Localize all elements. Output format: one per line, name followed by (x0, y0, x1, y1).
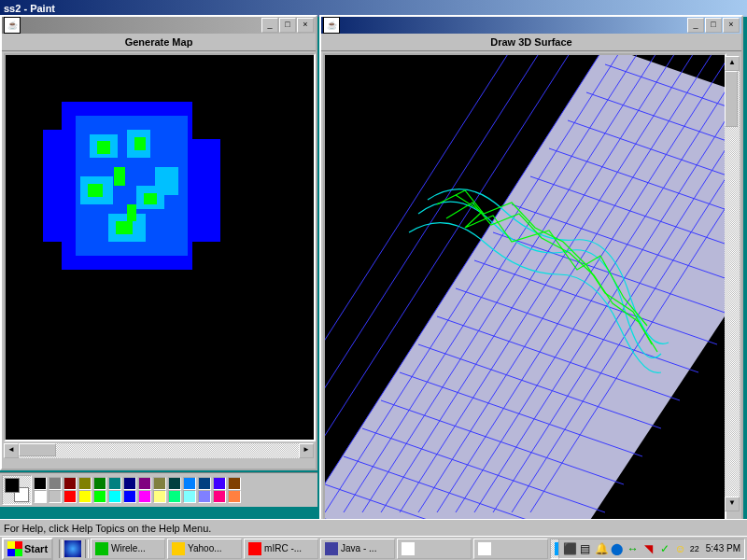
task-button[interactable]: ss2 - P... (550, 539, 558, 559)
scrollbar-vertical-right[interactable]: ▲ ▼ (725, 56, 740, 511)
color-swatch[interactable] (108, 477, 121, 490)
clock[interactable]: 5:43 PM (706, 543, 740, 553)
svg-rect-14 (88, 184, 103, 197)
color-swatch[interactable] (213, 477, 226, 490)
quick-launch (64, 540, 81, 557)
color-swatch[interactable] (108, 490, 121, 503)
svg-rect-11 (155, 167, 178, 195)
task-icon (478, 542, 491, 555)
scroll-down-button[interactable]: ▼ (725, 497, 740, 511)
color-swatch[interactable] (198, 477, 211, 490)
tray-icon[interactable]: ▤ (579, 542, 592, 555)
svg-rect-18 (127, 204, 136, 221)
draw-3d-window: ☕ _ □ × Draw 3D Surface (319, 15, 743, 532)
color-swatch[interactable] (183, 477, 196, 490)
titlebar-left[interactable]: ☕ _ □ × (2, 17, 316, 34)
scroll-right-button[interactable]: ► (299, 443, 314, 458)
color-swatch[interactable] (228, 477, 241, 490)
color-swatch[interactable] (168, 477, 181, 490)
task-icon (402, 542, 415, 555)
java-icon: ☕ (323, 17, 340, 34)
color-swatch[interactable] (228, 490, 241, 503)
color-swatch[interactable] (63, 477, 77, 490)
task-label: Yahoo... (188, 543, 222, 553)
task-button[interactable] (397, 539, 472, 559)
tray-icon[interactable]: 🔔 (595, 542, 608, 555)
svg-rect-12 (97, 141, 110, 154)
color-swatch[interactable] (78, 477, 92, 490)
minimize-button[interactable]: _ (261, 18, 278, 33)
task-icon (248, 542, 261, 555)
close-button[interactable]: × (297, 18, 314, 33)
taskbar-divider (85, 539, 89, 558)
tray-icon[interactable]: ◥ (642, 542, 655, 555)
color-palette (0, 472, 317, 507)
task-icon (325, 542, 338, 555)
task-button[interactable]: Wirele... (91, 539, 165, 559)
task-label: mIRC -... (264, 543, 302, 553)
app-title-right: Draw 3D Surface (321, 34, 741, 51)
color-swatch[interactable] (123, 490, 136, 503)
quicklaunch-icon[interactable] (64, 540, 81, 557)
desktop: ss2 - Paint ☕ _ □ × Generate Map (0, 0, 747, 560)
task-buttons: Wirele...Yahoo...mIRC -...Java - ...ss2 … (91, 539, 558, 559)
maximize-button[interactable]: □ (279, 18, 296, 33)
task-button[interactable]: mIRC -... (244, 539, 318, 559)
tray-icon[interactable]: ✓ (658, 542, 671, 555)
titlebar-right[interactable]: ☕ _ □ × (321, 17, 741, 34)
start-button[interactable]: Start (2, 538, 53, 560)
color-swatch[interactable] (153, 477, 166, 490)
taskbar-divider (59, 539, 63, 558)
color-swatch[interactable] (93, 477, 106, 490)
svg-rect-15 (144, 193, 157, 204)
color-swatch[interactable] (34, 490, 47, 503)
svg-rect-17 (114, 167, 125, 186)
tray-icon[interactable]: ☺ (674, 542, 687, 555)
task-button[interactable]: Java - ... (320, 539, 395, 559)
close-button[interactable]: × (723, 18, 740, 33)
start-label: Start (24, 543, 48, 554)
taskbar: Start Wirele...Yahoo...mIRC -...Java - .… (0, 536, 747, 560)
color-swatch[interactable] (93, 490, 106, 503)
svg-rect-4 (183, 139, 220, 242)
surface-canvas[interactable] (323, 53, 726, 525)
app-title-left: Generate Map (2, 34, 316, 51)
scroll-up-button[interactable]: ▲ (725, 56, 740, 71)
task-label: Wirele... (111, 543, 146, 553)
color-swatch[interactable] (168, 490, 181, 503)
task-button[interactable]: Yahoo... (167, 539, 242, 559)
color-swatch[interactable] (49, 477, 62, 490)
generate-map-window: ☕ _ □ × Generate Map (0, 15, 317, 470)
scroll-track[interactable] (19, 443, 299, 458)
color-swatch[interactable] (78, 490, 92, 503)
svg-rect-13 (134, 137, 146, 150)
windows-logo-icon (7, 541, 22, 556)
minimize-button[interactable]: _ (687, 18, 704, 33)
tray-count: 22 (690, 544, 699, 553)
color-swatch[interactable] (138, 477, 151, 490)
color-swatch[interactable] (63, 490, 77, 503)
scrollbar-horizontal-left[interactable]: ◄ ► (4, 443, 314, 458)
svg-rect-16 (116, 221, 133, 234)
color-swatch[interactable] (213, 490, 226, 503)
tray-icon[interactable]: ↔ (627, 542, 640, 555)
color-swatch[interactable] (138, 490, 151, 503)
scroll-left-button[interactable]: ◄ (4, 443, 19, 458)
color-swatch[interactable] (153, 490, 166, 503)
color-swatch[interactable] (198, 490, 211, 503)
tray-icon[interactable]: ⬛ (563, 542, 576, 555)
color-swatch[interactable] (123, 477, 136, 490)
color-swatch[interactable] (49, 490, 62, 503)
maximize-button[interactable]: □ (705, 18, 722, 33)
tray-icon[interactable]: ⬤ (611, 542, 624, 555)
task-label: Java - ... (341, 543, 376, 553)
color-swatch[interactable] (183, 490, 196, 503)
java-icon: ☕ (4, 17, 21, 34)
foreground-swatch (5, 478, 20, 493)
system-tray: ⬛ ▤ 🔔 ⬤ ↔ ◥ ✓ ☺ 22 5:43 PM (558, 539, 745, 559)
color-swatch[interactable] (34, 477, 47, 490)
task-button[interactable] (473, 539, 548, 559)
fgbg-selector[interactable] (2, 475, 32, 505)
task-icon (172, 542, 185, 555)
map-canvas[interactable] (4, 53, 316, 441)
